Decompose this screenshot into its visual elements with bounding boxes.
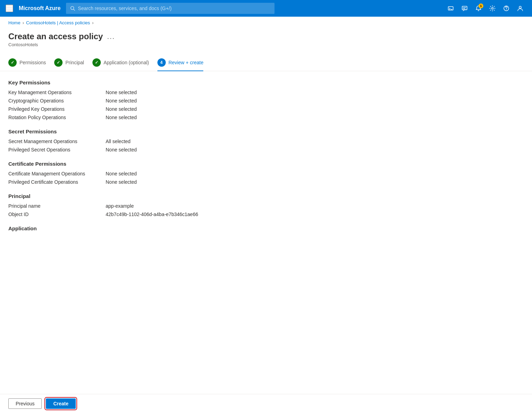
key-permissions-title: Key Permissions	[8, 80, 524, 85]
crypto-ops-label: Cryptographic Operations	[8, 98, 106, 104]
crypto-ops-value: None selected	[106, 98, 137, 104]
svg-rect-7	[462, 6, 467, 10]
principal-name-value: app-example	[106, 203, 134, 209]
rotation-label: Rotation Policy Operations	[8, 115, 106, 120]
breadcrumb-home[interactable]: Home	[8, 20, 21, 25]
cert-mgmt-row: Certificate Management Operations None s…	[8, 171, 524, 176]
crypto-ops-row: Cryptographic Operations None selected	[8, 98, 524, 104]
key-mgmt-row: Key Management Operations None selected	[8, 90, 524, 95]
svg-point-13	[519, 6, 521, 8]
menu-button[interactable]	[6, 5, 13, 12]
priv-cert-label: Privileged Certificate Operations	[8, 179, 106, 185]
step-permissions[interactable]: ✓ Permissions	[8, 58, 54, 71]
breadcrumb-sep-2: ›	[92, 20, 93, 25]
svg-rect-5	[448, 7, 453, 10]
page-subtitle: ContosoHotels	[8, 42, 524, 47]
step-principal-label: Principal	[65, 60, 84, 65]
profile-button[interactable]	[514, 2, 526, 15]
step-principal-circle: ✓	[54, 58, 63, 67]
principal-title: Principal	[8, 193, 524, 199]
breadcrumb: Home › ContosoHotels | Access policies ›	[0, 17, 532, 29]
topnav-icons: 1	[444, 2, 526, 15]
step-review[interactable]: 4 Review + create	[157, 58, 212, 71]
priv-secret-label: Privileged Secret Operations	[8, 147, 106, 152]
feedback-button[interactable]	[458, 2, 471, 15]
priv-key-value: None selected	[106, 106, 137, 112]
step-permissions-circle: ✓	[8, 58, 17, 67]
principal-section: Principal Principal name app-example Obj…	[8, 193, 524, 217]
certificate-permissions-title: Certificate Permissions	[8, 161, 524, 167]
cloud-shell-button[interactable]	[444, 2, 457, 15]
priv-key-label: Privileged Key Operations	[8, 106, 106, 112]
priv-secret-row: Privileged Secret Operations None select…	[8, 147, 524, 152]
notifications-button[interactable]: 1	[472, 2, 485, 15]
object-id-row: Object ID 42b7c49b-1102-406d-a4ba-e7b346…	[8, 212, 524, 217]
top-navigation: Microsoft Azure	[0, 0, 532, 17]
search-container	[66, 3, 275, 14]
breadcrumb-access-policies[interactable]: ContosoHotels | Access policies	[26, 20, 90, 25]
key-permissions-section: Key Permissions Key Management Operation…	[8, 80, 524, 120]
svg-line-4	[74, 9, 75, 11]
priv-cert-row: Privileged Certificate Operations None s…	[8, 179, 524, 185]
secret-mgmt-row: Secret Management Operations All selecte…	[8, 139, 524, 144]
secret-mgmt-label: Secret Management Operations	[8, 139, 106, 144]
object-id-label: Object ID	[8, 212, 106, 217]
help-button[interactable]	[500, 2, 513, 15]
priv-secret-value: None selected	[106, 147, 137, 152]
svg-rect-1	[6, 8, 13, 9]
object-id-value: 42b7c49b-1102-406d-a4ba-e7b346c1ae66	[106, 212, 198, 217]
application-section: Application	[8, 225, 524, 231]
breadcrumb-sep-1: ›	[23, 20, 24, 25]
page-title: Create an access policy	[8, 32, 103, 41]
step-permissions-label: Permissions	[19, 60, 46, 65]
key-mgmt-value: None selected	[106, 90, 137, 95]
more-options-button[interactable]: ...	[107, 33, 115, 41]
step-review-circle: 4	[157, 58, 166, 67]
search-input[interactable]	[78, 6, 270, 11]
secret-permissions-title: Secret Permissions	[8, 129, 524, 134]
content-area: Key Permissions Key Management Operation…	[0, 71, 532, 248]
cert-mgmt-label: Certificate Management Operations	[8, 171, 106, 176]
azure-title: Microsoft Azure	[19, 5, 60, 11]
principal-name-label: Principal name	[8, 203, 106, 209]
step-application[interactable]: ✓ Application (optional)	[92, 58, 157, 71]
step-application-label: Application (optional)	[104, 60, 149, 65]
step-application-circle: ✓	[92, 58, 101, 67]
rotation-value: None selected	[106, 115, 137, 120]
page-header: Create an access policy ... ContosoHotel…	[0, 29, 532, 53]
certificate-permissions-section: Certificate Permissions Certificate Mana…	[8, 161, 524, 185]
rotation-row: Rotation Policy Operations None selected	[8, 115, 524, 120]
secret-mgmt-value: All selected	[106, 139, 131, 144]
priv-cert-value: None selected	[106, 179, 137, 185]
secret-permissions-section: Secret Permissions Secret Management Ope…	[8, 129, 524, 152]
svg-rect-2	[6, 10, 13, 10]
wizard-steps: ✓ Permissions ✓ Principal ✓ Application …	[0, 53, 532, 71]
settings-button[interactable]	[486, 2, 499, 15]
svg-point-12	[506, 9, 507, 10]
svg-point-10	[492, 8, 493, 9]
key-mgmt-label: Key Management Operations	[8, 90, 106, 95]
search-icon	[70, 6, 75, 11]
cert-mgmt-value: None selected	[106, 171, 137, 176]
step-principal[interactable]: ✓ Principal	[54, 58, 92, 71]
svg-rect-0	[6, 6, 13, 7]
step-review-label: Review + create	[169, 60, 204, 65]
notification-count: 1	[478, 3, 483, 8]
principal-name-row: Principal name app-example	[8, 203, 524, 209]
priv-key-row: Privileged Key Operations None selected	[8, 106, 524, 112]
application-title: Application	[8, 225, 524, 231]
